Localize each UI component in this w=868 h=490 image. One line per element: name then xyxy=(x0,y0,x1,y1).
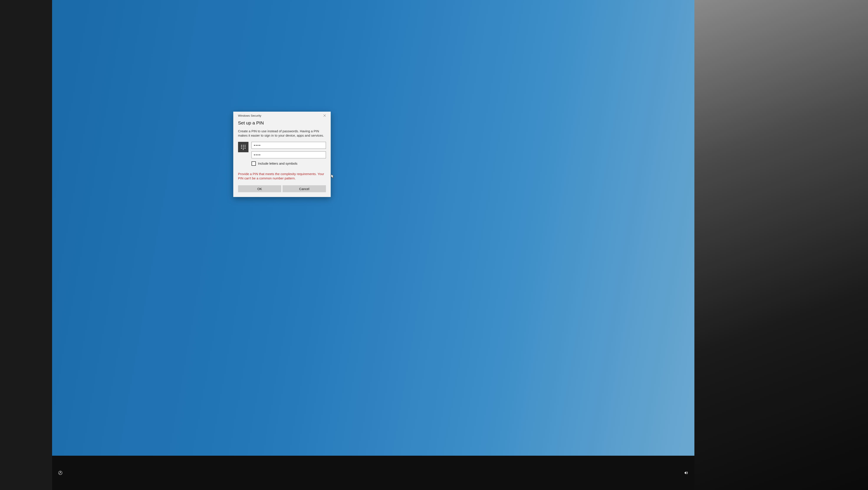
include-letters-checkbox[interactable] xyxy=(251,162,256,166)
confirm-pin-input[interactable] xyxy=(251,151,326,158)
close-icon xyxy=(323,114,326,117)
svg-point-13 xyxy=(60,472,61,472)
taskbar xyxy=(52,456,694,490)
pin-inputs-column xyxy=(251,142,326,158)
volume-icon[interactable] xyxy=(684,471,688,475)
dialog-description: Create a PIN to use instead of passwords… xyxy=(238,129,326,138)
dialog-heading: Set up a PIN xyxy=(238,120,326,125)
dialog-window-title: Windows Security xyxy=(238,114,261,117)
bezel-reflection xyxy=(694,0,868,490)
taskbar-right-group xyxy=(684,471,688,475)
windows-security-dialog: Windows Security Set up a PIN Create a P… xyxy=(233,112,331,197)
svg-rect-2 xyxy=(241,145,242,146)
include-letters-label: Include letters and symbols xyxy=(258,162,298,165)
ease-of-access-icon[interactable] xyxy=(58,471,62,475)
cancel-button[interactable]: Cancel xyxy=(282,185,326,192)
close-button[interactable] xyxy=(320,112,330,119)
svg-rect-7 xyxy=(245,146,245,147)
desktop-background: Windows Security Set up a PIN Create a P… xyxy=(52,0,694,456)
svg-rect-8 xyxy=(241,148,242,149)
svg-rect-9 xyxy=(243,148,244,149)
svg-rect-5 xyxy=(241,146,242,147)
keypad-icon xyxy=(241,144,246,150)
include-letters-row: Include letters and symbols xyxy=(251,162,326,166)
svg-rect-3 xyxy=(243,145,244,146)
svg-rect-4 xyxy=(245,145,245,146)
dialog-titlebar: Windows Security xyxy=(233,112,331,119)
dialog-button-row: OK Cancel xyxy=(238,185,326,192)
ok-button[interactable]: OK xyxy=(238,185,281,192)
dialog-body: Set up a PIN Create a PIN to use instead… xyxy=(233,119,331,197)
taskbar-left-group xyxy=(58,471,62,475)
new-pin-input[interactable] xyxy=(251,142,326,149)
svg-rect-6 xyxy=(243,146,244,147)
svg-rect-10 xyxy=(245,148,245,149)
mouse-cursor-icon xyxy=(331,174,334,179)
pin-entry-row xyxy=(238,142,326,158)
pin-keypad-icon-box xyxy=(238,142,248,152)
svg-rect-11 xyxy=(243,149,244,150)
pin-error-message: Provide a PIN that meets the complexity … xyxy=(238,172,326,181)
